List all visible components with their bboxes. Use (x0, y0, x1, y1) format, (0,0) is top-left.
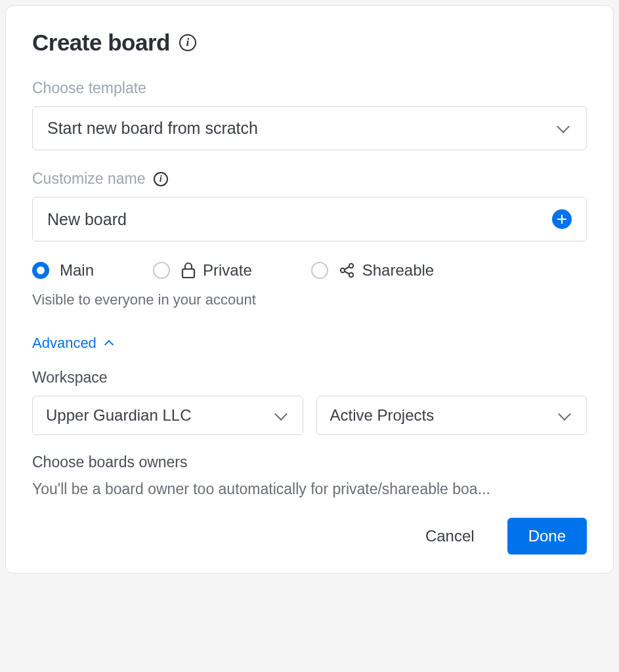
svg-point-2 (349, 264, 353, 268)
board-name-input[interactable]: New board (32, 197, 587, 242)
template-value: Start new board from scratch (47, 119, 258, 138)
radio-private-text: Private (203, 261, 252, 280)
template-section: Choose template Start new board from scr… (32, 79, 587, 150)
workspace-row: Upper Guardian LLC Active Projects (32, 396, 587, 435)
add-icon[interactable] (552, 209, 572, 229)
done-button[interactable]: Done (507, 518, 587, 555)
svg-point-3 (349, 273, 353, 277)
template-select[interactable]: Start new board from scratch (32, 106, 587, 150)
radio-private[interactable]: Private (153, 261, 252, 280)
visibility-radio-group: Main Private (32, 261, 587, 280)
cancel-button[interactable]: Cancel (407, 518, 493, 555)
name-label: Customize name i (32, 170, 587, 188)
workspace-label: Workspace (32, 369, 587, 387)
info-icon[interactable]: i (179, 34, 196, 51)
advanced-toggle-label: Advanced (32, 335, 96, 352)
workspace-select[interactable]: Upper Guardian LLC (32, 396, 303, 435)
svg-point-1 (341, 268, 345, 272)
name-section: Customize name i New board (32, 170, 587, 242)
radio-indicator (311, 262, 328, 279)
lock-icon (181, 262, 196, 279)
name-label-text: Customize name (32, 170, 146, 188)
radio-indicator (153, 262, 170, 279)
advanced-panel: Workspace Upper Guardian LLC Active Proj… (32, 369, 587, 498)
workspace-value: Upper Guardian LLC (46, 406, 191, 425)
chevron-down-icon (557, 120, 570, 133)
folder-value: Active Projects (330, 406, 435, 425)
chevron-down-icon (274, 408, 288, 421)
radio-shareable-label: Shareable (339, 261, 434, 280)
folder-select[interactable]: Active Projects (316, 396, 587, 435)
create-board-modal: Create board i Choose template Start new… (5, 5, 614, 574)
radio-private-label: Private (181, 261, 252, 280)
visibility-description: Visible to everyone in your account (32, 291, 587, 308)
owners-label: Choose boards owners (32, 453, 587, 471)
template-label: Choose template (32, 79, 587, 97)
modal-footer: Cancel Done (32, 518, 587, 555)
svg-line-5 (345, 272, 349, 274)
radio-shareable[interactable]: Shareable (311, 261, 434, 280)
owners-description: You'll be a board owner too automaticall… (32, 480, 587, 498)
svg-rect-0 (182, 269, 194, 278)
radio-main[interactable]: Main (32, 261, 94, 280)
chevron-up-icon (104, 340, 114, 349)
modal-title: Create board (32, 30, 170, 56)
chevron-down-icon (558, 408, 571, 421)
svg-line-4 (345, 267, 349, 270)
radio-shareable-text: Shareable (362, 261, 434, 280)
radio-main-label: Main (60, 261, 94, 280)
radio-indicator-selected (32, 262, 49, 279)
visibility-section: Main Private (32, 261, 587, 308)
share-icon (339, 262, 356, 279)
advanced-toggle[interactable]: Advanced (32, 335, 587, 352)
board-name-value: New board (47, 210, 127, 229)
info-icon[interactable]: i (154, 172, 168, 186)
modal-header: Create board i (32, 30, 587, 56)
